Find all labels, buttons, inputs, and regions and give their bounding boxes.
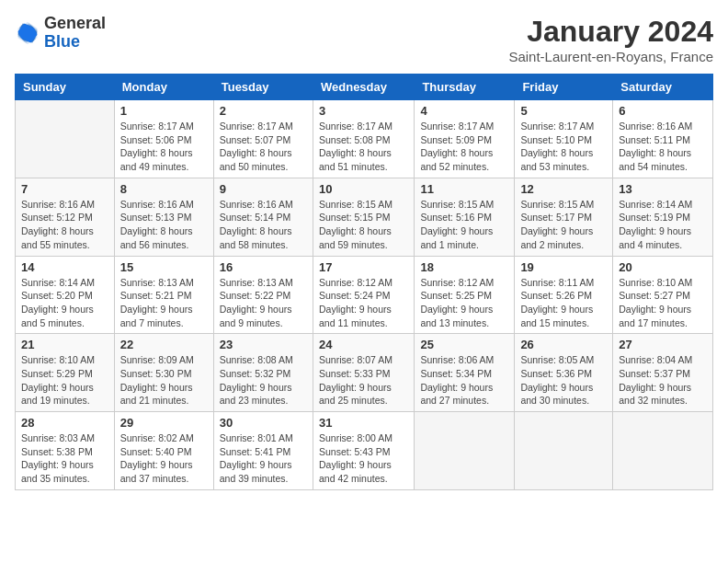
- calendar-cell: 19Sunrise: 8:11 AMSunset: 5:26 PMDayligh…: [515, 256, 613, 334]
- day-info: Sunrise: 8:16 AMSunset: 5:11 PMDaylight:…: [619, 120, 707, 174]
- calendar-week-row: 28Sunrise: 8:03 AMSunset: 5:38 PMDayligh…: [16, 412, 713, 490]
- calendar-cell: 4Sunrise: 8:17 AMSunset: 5:09 PMDaylight…: [415, 100, 515, 178]
- day-number: 10: [319, 182, 408, 196]
- day-info: Sunrise: 8:02 AMSunset: 5:40 PMDaylight:…: [120, 431, 208, 486]
- calendar-cell: 31Sunrise: 8:00 AMSunset: 5:43 PMDayligh…: [313, 412, 414, 490]
- calendar-cell: [16, 100, 115, 178]
- day-info: Sunrise: 8:09 AMSunset: 5:30 PMDaylight:…: [120, 353, 208, 408]
- day-number: 1: [120, 104, 208, 118]
- day-info: Sunrise: 8:14 AMSunset: 5:19 PMDaylight:…: [619, 198, 707, 252]
- calendar-cell: 2Sunrise: 8:17 AMSunset: 5:07 PMDaylight…: [213, 100, 313, 178]
- day-info: Sunrise: 8:10 AMSunset: 5:27 PMDaylight:…: [619, 276, 707, 330]
- weekday-header-wednesday: Wednesday: [313, 75, 414, 100]
- day-number: 20: [619, 260, 707, 274]
- logo-text: General Blue: [44, 15, 106, 52]
- day-info: Sunrise: 8:17 AMSunset: 5:09 PMDaylight:…: [420, 120, 508, 174]
- day-info: Sunrise: 8:13 AMSunset: 5:21 PMDaylight:…: [120, 276, 208, 330]
- calendar-cell: 3Sunrise: 8:17 AMSunset: 5:08 PMDaylight…: [313, 100, 414, 178]
- calendar-cell: 1Sunrise: 8:17 AMSunset: 5:06 PMDaylight…: [114, 100, 213, 178]
- day-info: Sunrise: 8:01 AMSunset: 5:41 PMDaylight:…: [220, 431, 307, 486]
- weekday-header-tuesday: Tuesday: [213, 75, 313, 100]
- calendar-cell: 30Sunrise: 8:01 AMSunset: 5:41 PMDayligh…: [213, 412, 313, 490]
- day-info: Sunrise: 8:17 AMSunset: 5:08 PMDaylight:…: [319, 120, 408, 174]
- calendar-cell: 18Sunrise: 8:12 AMSunset: 5:25 PMDayligh…: [415, 256, 515, 334]
- day-number: 28: [21, 416, 108, 430]
- day-info: Sunrise: 8:17 AMSunset: 5:10 PMDaylight:…: [520, 120, 607, 174]
- day-info: Sunrise: 8:15 AMSunset: 5:17 PMDaylight:…: [520, 198, 607, 252]
- day-info: Sunrise: 8:06 AMSunset: 5:34 PMDaylight:…: [420, 353, 508, 408]
- logo-general-text: General: [44, 15, 106, 33]
- calendar-week-row: 7Sunrise: 8:16 AMSunset: 5:12 PMDaylight…: [16, 178, 713, 256]
- day-number: 26: [520, 338, 607, 351]
- day-number: 14: [21, 260, 108, 274]
- calendar-week-row: 14Sunrise: 8:14 AMSunset: 5:20 PMDayligh…: [16, 256, 713, 334]
- weekday-header-sunday: Sunday: [16, 75, 115, 100]
- calendar-cell: 11Sunrise: 8:15 AMSunset: 5:16 PMDayligh…: [415, 178, 515, 256]
- day-number: 9: [220, 182, 307, 196]
- day-number: 24: [319, 338, 408, 351]
- day-number: 4: [420, 104, 508, 118]
- day-number: 2: [220, 104, 307, 118]
- calendar-cell: 26Sunrise: 8:05 AMSunset: 5:36 PMDayligh…: [515, 334, 613, 412]
- weekday-header-friday: Friday: [515, 75, 613, 100]
- day-info: Sunrise: 8:15 AMSunset: 5:16 PMDaylight:…: [420, 198, 508, 252]
- day-info: Sunrise: 8:16 AMSunset: 5:13 PMDaylight:…: [120, 198, 208, 252]
- day-number: 11: [420, 182, 508, 196]
- calendar-cell: 20Sunrise: 8:10 AMSunset: 5:27 PMDayligh…: [613, 256, 713, 334]
- weekday-header-thursday: Thursday: [415, 75, 515, 100]
- day-info: Sunrise: 8:16 AMSunset: 5:14 PMDaylight:…: [220, 198, 307, 252]
- calendar-cell: 6Sunrise: 8:16 AMSunset: 5:11 PMDaylight…: [613, 100, 713, 178]
- calendar-cell: 7Sunrise: 8:16 AMSunset: 5:12 PMDaylight…: [16, 178, 115, 256]
- day-info: Sunrise: 8:17 AMSunset: 5:07 PMDaylight:…: [220, 120, 307, 174]
- calendar-cell: 9Sunrise: 8:16 AMSunset: 5:14 PMDaylight…: [213, 178, 313, 256]
- day-number: 17: [319, 260, 408, 274]
- day-number: 23: [220, 338, 307, 351]
- day-number: 27: [619, 338, 707, 351]
- day-number: 5: [520, 104, 607, 118]
- calendar-cell: 10Sunrise: 8:15 AMSunset: 5:15 PMDayligh…: [313, 178, 414, 256]
- day-info: Sunrise: 8:04 AMSunset: 5:37 PMDaylight:…: [619, 353, 707, 408]
- logo-icon: [15, 20, 40, 46]
- day-number: 16: [220, 260, 307, 274]
- day-info: Sunrise: 8:17 AMSunset: 5:06 PMDaylight:…: [120, 120, 208, 174]
- logo-blue-text: Blue: [44, 33, 106, 52]
- day-number: 3: [319, 104, 408, 118]
- day-number: 6: [619, 104, 707, 118]
- calendar-cell: 17Sunrise: 8:12 AMSunset: 5:24 PMDayligh…: [313, 256, 414, 334]
- calendar-cell: 21Sunrise: 8:10 AMSunset: 5:29 PMDayligh…: [16, 334, 115, 412]
- calendar-cell: 16Sunrise: 8:13 AMSunset: 5:22 PMDayligh…: [213, 256, 313, 334]
- calendar-cell: 25Sunrise: 8:06 AMSunset: 5:34 PMDayligh…: [415, 334, 515, 412]
- day-info: Sunrise: 8:14 AMSunset: 5:20 PMDaylight:…: [21, 276, 108, 330]
- calendar-cell: 12Sunrise: 8:15 AMSunset: 5:17 PMDayligh…: [515, 178, 613, 256]
- month-title: January 2024: [508, 15, 713, 49]
- day-number: 29: [120, 416, 208, 430]
- day-info: Sunrise: 8:08 AMSunset: 5:32 PMDaylight:…: [220, 353, 307, 408]
- weekday-header-row: SundayMondayTuesdayWednesdayThursdayFrid…: [16, 75, 713, 100]
- title-block: January 2024 Saint-Laurent-en-Royans, Fr…: [508, 15, 713, 64]
- calendar-cell: 27Sunrise: 8:04 AMSunset: 5:37 PMDayligh…: [613, 334, 713, 412]
- day-number: 19: [520, 260, 607, 274]
- calendar-cell: 14Sunrise: 8:14 AMSunset: 5:20 PMDayligh…: [16, 256, 115, 334]
- calendar-cell: [613, 412, 713, 490]
- calendar-week-row: 1Sunrise: 8:17 AMSunset: 5:06 PMDaylight…: [16, 100, 713, 178]
- day-number: 15: [120, 260, 208, 274]
- calendar-cell: 22Sunrise: 8:09 AMSunset: 5:30 PMDayligh…: [114, 334, 213, 412]
- day-number: 7: [21, 182, 108, 196]
- calendar-cell: [415, 412, 515, 490]
- day-info: Sunrise: 8:12 AMSunset: 5:24 PMDaylight:…: [319, 276, 408, 330]
- day-number: 21: [21, 338, 108, 351]
- weekday-header-saturday: Saturday: [613, 75, 713, 100]
- calendar-cell: 15Sunrise: 8:13 AMSunset: 5:21 PMDayligh…: [114, 256, 213, 334]
- day-number: 22: [120, 338, 208, 351]
- calendar-cell: 23Sunrise: 8:08 AMSunset: 5:32 PMDayligh…: [213, 334, 313, 412]
- day-info: Sunrise: 8:12 AMSunset: 5:25 PMDaylight:…: [420, 276, 508, 330]
- calendar-cell: 5Sunrise: 8:17 AMSunset: 5:10 PMDaylight…: [515, 100, 613, 178]
- calendar-cell: [515, 412, 613, 490]
- day-info: Sunrise: 8:10 AMSunset: 5:29 PMDaylight:…: [21, 353, 108, 408]
- day-number: 25: [420, 338, 508, 351]
- day-number: 18: [420, 260, 508, 274]
- calendar-cell: 29Sunrise: 8:02 AMSunset: 5:40 PMDayligh…: [114, 412, 213, 490]
- day-info: Sunrise: 8:11 AMSunset: 5:26 PMDaylight:…: [520, 276, 607, 330]
- logo: General Blue: [15, 15, 106, 52]
- calendar-week-row: 21Sunrise: 8:10 AMSunset: 5:29 PMDayligh…: [16, 334, 713, 412]
